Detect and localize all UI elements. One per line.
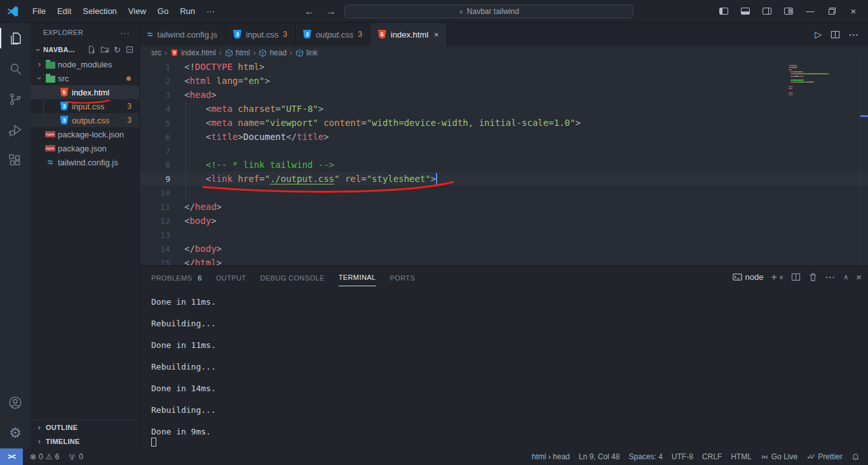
breadcrumb-index.html[interactable]: 5index.html (170, 48, 216, 57)
source-control-icon[interactable] (0, 84, 31, 115)
indentation-status[interactable]: Spaces: 4 (624, 452, 667, 461)
code-line-12[interactable]: 12<body> (140, 214, 868, 228)
code-line-8[interactable]: 8 <!-- * link tailwind --> (140, 158, 868, 172)
problems-status[interactable]: ⊗ 0 ⚠ 6 (25, 452, 64, 461)
breadcrumb-head[interactable]: head (259, 48, 287, 57)
maximize-panel-icon[interactable]: ∧ (843, 273, 848, 281)
collapse-all-icon[interactable] (125, 45, 134, 54)
customize-layout-icon[interactable] (779, 3, 798, 20)
terminal-dropdown-icon[interactable]: ∨ (779, 274, 783, 281)
panel-tab-output[interactable]: OUTPUT (216, 268, 247, 286)
code-line-10[interactable]: 10 (140, 186, 868, 200)
cursor-position-status[interactable]: Ln 9, Col 48 (574, 452, 625, 461)
menu-go[interactable]: Go (152, 4, 174, 18)
menu-view[interactable]: View (123, 4, 152, 18)
refresh-icon[interactable]: ↻ (114, 45, 121, 55)
menu-run[interactable]: Run (174, 4, 201, 18)
remote-indicator[interactable]: >< (0, 448, 23, 465)
new-file-icon[interactable] (87, 45, 96, 54)
code-editor[interactable]: 1<!DOCTYPE html>2<html lang="en">3<head>… (140, 60, 868, 265)
code-line-6[interactable]: 6 <title>Document</title> (140, 130, 868, 144)
split-terminal-icon[interactable] (791, 272, 801, 282)
explorer-more-actions-icon[interactable]: ··· (120, 28, 130, 38)
close-panel-icon[interactable]: × (856, 272, 862, 282)
tree-item-tailwind.config.js[interactable]: ≈tailwind.config.js (31, 155, 139, 169)
selection-path-status[interactable]: html › head (527, 452, 574, 461)
tree-item-index.html[interactable]: 5index.html (31, 85, 139, 99)
code-line-14[interactable]: 14</body> (140, 242, 868, 256)
toggle-panel-icon[interactable] (736, 3, 755, 20)
terminal-output[interactable]: Done in 11ms. Rebuilding... Done in 11ms… (140, 288, 868, 448)
toggle-secondary-sidebar-icon[interactable] (757, 3, 776, 20)
language-mode-status[interactable]: HTML (726, 452, 756, 461)
code-line-9[interactable]: 9 <link href="./output.css" rel="stylesh… (140, 172, 868, 186)
code-line-1[interactable]: 1<!DOCTYPE html> (140, 60, 868, 74)
menu-file[interactable]: File (27, 4, 51, 18)
account-icon[interactable] (0, 387, 31, 418)
panel-tab-terminal[interactable]: TERMINAL (339, 268, 376, 286)
ports-status[interactable]: 0 (64, 452, 88, 461)
code-line-7[interactable]: 7 (140, 144, 868, 158)
menu-edit[interactable]: Edit (51, 4, 77, 18)
prettier-status[interactable]: ✓✓ Prettier (802, 452, 847, 461)
panel-tab-debug-console[interactable]: DEBUG CONSOLE (261, 268, 325, 286)
new-folder-icon[interactable] (100, 45, 109, 54)
code-line-15[interactable]: 15</html> (140, 256, 868, 265)
panel-tab-ports[interactable]: PORTS (390, 268, 416, 286)
tree-item-package.json[interactable]: npmpackage.json (31, 141, 139, 155)
line-number: 12 (140, 216, 170, 226)
tab-index.html[interactable]: 5index.html × (370, 23, 447, 46)
tree-item-output.css[interactable]: 3output.css3 (31, 113, 139, 127)
tree-item-node_modules[interactable]: ›node_modules (31, 57, 139, 71)
tab-input.css[interactable]: 3input.css 3 (226, 23, 295, 46)
code-line-2[interactable]: 2<html lang="en"> (140, 74, 868, 88)
run-file-icon[interactable]: ▷ (815, 29, 822, 39)
tree-item-package-lock.json[interactable]: npmpackage-lock.json (31, 127, 139, 141)
panel-more-actions-icon[interactable]: ··· (825, 272, 836, 282)
close-tab-icon[interactable]: × (434, 30, 439, 39)
minimap[interactable] (789, 62, 860, 240)
command-center-search[interactable]: ⌕ Navbar tailwind (344, 4, 634, 18)
toggle-sidebar-icon[interactable] (714, 3, 733, 20)
tab-tailwind.config.js[interactable]: ≈tailwind.config.js (140, 23, 226, 46)
code-line-11[interactable]: 11</head> (140, 200, 868, 214)
settings-gear-icon[interactable]: ⚙ (0, 418, 31, 448)
search-sidebar-icon[interactable] (0, 53, 31, 84)
notifications-bell-icon[interactable] (847, 453, 864, 461)
code-line-5[interactable]: 5 <meta name="viewport" content="width=d… (140, 116, 868, 130)
sidebar-section-timeline[interactable]: ›TIMELINE (31, 434, 139, 448)
kill-terminal-icon[interactable] (808, 272, 818, 282)
code-line-4[interactable]: 4 <meta charset="UTF-8"> (140, 102, 868, 116)
workspace-section-header[interactable]: › NAVBA... ↻ (31, 42, 139, 57)
breadcrumb-html[interactable]: html (225, 48, 250, 57)
encoding-status[interactable]: UTF-8 (667, 452, 698, 461)
forward-arrow-icon[interactable]: → (323, 6, 339, 17)
breadcrumb-src[interactable]: src (151, 48, 161, 57)
sidebar-section-outline[interactable]: ›OUTLINE (31, 420, 139, 434)
terminal-shell-item[interactable]: node (733, 272, 764, 282)
back-arrow-icon[interactable]: ← (301, 6, 318, 17)
menu-more[interactable]: ··· (201, 4, 220, 18)
restore-button[interactable] (822, 3, 841, 20)
new-terminal-icon[interactable]: + (771, 272, 777, 283)
symbol-icon (225, 49, 233, 57)
explorer-icon[interactable] (0, 23, 31, 53)
tree-item-input.css[interactable]: 3input.css3 (31, 99, 139, 113)
overview-ruler[interactable] (860, 60, 868, 265)
overview-cursor-marker (860, 115, 868, 117)
tree-item-src[interactable]: ›src (31, 71, 139, 85)
panel-tab-problems[interactable]: PROBLEMS6 (151, 268, 202, 286)
code-line-13[interactable]: 13 (140, 228, 868, 242)
extensions-icon[interactable] (0, 145, 31, 176)
menu-selection[interactable]: Selection (77, 4, 122, 18)
minimize-button[interactable]: — (801, 3, 820, 20)
tab-output.css[interactable]: 3output.css 3 (295, 23, 370, 46)
split-editor-icon[interactable] (831, 30, 840, 39)
eol-status[interactable]: CRLF (698, 452, 726, 461)
run-and-debug-icon[interactable] (0, 115, 31, 145)
editor-more-actions-icon[interactable]: ··· (849, 30, 859, 39)
code-line-3[interactable]: 3<head> (140, 88, 868, 102)
breadcrumb-link[interactable]: link (295, 48, 318, 57)
go-live-button[interactable]: Go Live (756, 452, 802, 461)
close-window-button[interactable]: × (844, 3, 863, 20)
